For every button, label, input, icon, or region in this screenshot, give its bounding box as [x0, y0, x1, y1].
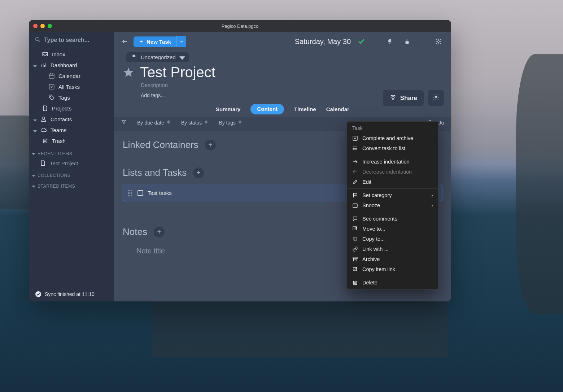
sidebar-item-all-tasks[interactable]: All Tasks: [31, 81, 112, 92]
maximize-window-button[interactable]: [48, 24, 52, 28]
tab-calendar[interactable]: Calendar: [326, 104, 349, 114]
filter-icon[interactable]: [121, 119, 126, 126]
menu-set-category[interactable]: Set category›: [347, 190, 438, 200]
svg-point-26: [393, 99, 393, 100]
category-selector[interactable]: Uncategorized: [126, 52, 189, 62]
menu-copy-link[interactable]: Copy item link: [347, 264, 438, 274]
sidebar-nav: Inbox Dashboard Calendar All Tasks: [29, 48, 114, 147]
sidebar-recent-item[interactable]: Test Project: [29, 158, 114, 169]
drag-handle-icon[interactable]: [128, 190, 133, 196]
svg-rect-7: [49, 74, 54, 78]
dashboard-icon: [40, 62, 47, 68]
close-window-button[interactable]: [33, 24, 38, 28]
svg-point-35: [353, 147, 353, 147]
project-settings-button[interactable]: [428, 90, 444, 106]
bell-icon[interactable]: [387, 38, 393, 45]
menu-move-to[interactable]: Move to...: [347, 224, 438, 234]
svg-marker-25: [124, 67, 134, 77]
sidebar-item-contacts[interactable]: Contacts: [31, 114, 112, 125]
filter-label: By due date: [137, 120, 164, 126]
svg-rect-45: [353, 237, 356, 240]
task-checkbox[interactable]: [138, 190, 143, 196]
chevron-right-icon: ›: [431, 192, 433, 198]
menu-delete[interactable]: Delete: [347, 278, 438, 288]
sidebar-label: Inbox: [52, 51, 65, 57]
menu-copy-to[interactable]: Copy to...: [347, 234, 438, 244]
svg-point-27: [435, 96, 437, 98]
menu-label: Edit: [362, 179, 371, 185]
sidebar-label: Projects: [52, 105, 71, 112]
svg-point-0: [36, 38, 39, 41]
menu-label: Copy item link: [362, 266, 395, 272]
search-placeholder: Type to search...: [44, 37, 89, 43]
menu-convert-to-list[interactable]: Convert task to list: [347, 143, 438, 153]
tab-timeline[interactable]: Timeline: [294, 104, 316, 114]
lock-icon[interactable]: [404, 38, 410, 45]
menu-archive[interactable]: Archive: [347, 254, 438, 264]
sidebar-item-dashboard[interactable]: Dashboard: [31, 60, 112, 70]
chevron-down-icon: [32, 184, 35, 188]
svg-marker-16: [32, 153, 35, 155]
task-context-menu: Task Complete and archive Convert task t…: [347, 121, 438, 289]
new-task-button[interactable]: New Task: [134, 36, 176, 47]
section-label: RECENT ITEMS: [38, 151, 72, 156]
share-button[interactable]: Share: [383, 90, 424, 106]
sort-icon: [205, 120, 208, 125]
new-task-dropdown[interactable]: [176, 36, 186, 47]
menu-decrease-indent: Decrease indentation: [347, 167, 438, 177]
sidebar-section-recent[interactable]: RECENT ITEMS: [29, 147, 114, 158]
search-input[interactable]: Type to search...: [29, 32, 114, 48]
sort-icon: [239, 120, 242, 125]
sidebar-section-starred[interactable]: STARRED ITEMS: [29, 179, 114, 190]
sidebar-section-collections[interactable]: COLLECTIONS: [29, 169, 114, 179]
menu-label: Set category: [362, 192, 392, 198]
divider: [374, 38, 374, 45]
menu-complete-archive[interactable]: Complete and archive: [347, 133, 438, 143]
user-icon: [40, 116, 47, 122]
add-list-task-button[interactable]: +: [193, 167, 204, 178]
menu-link-with[interactable]: Link with ...: [347, 244, 438, 254]
sidebar-item-trash[interactable]: Trash: [31, 135, 112, 146]
share-label: Share: [400, 95, 417, 102]
gear-icon[interactable]: [435, 38, 442, 45]
gear-icon: [432, 93, 440, 103]
svg-marker-18: [32, 186, 35, 188]
sidebar-item-tags[interactable]: Tags: [31, 92, 112, 103]
menu-increase-indent[interactable]: Increase indentation: [347, 157, 438, 167]
svg-marker-2: [33, 65, 37, 67]
add-linked-container-button[interactable]: +: [205, 140, 216, 151]
category-label: Uncategorized: [141, 54, 176, 60]
svg-point-36: [353, 148, 353, 148]
filter-tags[interactable]: By tags: [219, 120, 242, 126]
menu-see-comments[interactable]: See comments: [347, 214, 438, 224]
chevron-down-icon: [33, 128, 37, 132]
sidebar-item-calendar[interactable]: Calendar: [31, 70, 112, 81]
star-icon[interactable]: [123, 67, 134, 78]
tab-content[interactable]: Content: [250, 104, 284, 114]
section-title: Linked Containers: [123, 139, 198, 151]
filter-due-date[interactable]: By due date: [137, 120, 170, 126]
menu-label: Link with ...: [362, 246, 389, 252]
svg-rect-44: [354, 238, 357, 241]
menu-separator: [347, 212, 438, 212]
minimize-window-button[interactable]: [40, 24, 45, 28]
menu-snooze[interactable]: Snooze›: [347, 200, 438, 210]
project-description[interactable]: Description: [141, 82, 442, 88]
project-title[interactable]: Test Project: [140, 64, 215, 80]
add-note-button[interactable]: +: [154, 227, 165, 238]
sidebar-item-inbox[interactable]: Inbox: [31, 49, 112, 60]
tab-summary[interactable]: Summary: [216, 104, 240, 114]
document-icon: [42, 105, 48, 112]
check-icon: [357, 38, 365, 45]
svg-rect-31: [353, 136, 357, 140]
svg-rect-46: [353, 257, 357, 258]
menu-header: Task: [347, 123, 438, 133]
sidebar-item-projects[interactable]: Projects: [31, 103, 112, 114]
menu-label: Complete and archive: [362, 135, 413, 141]
menu-edit[interactable]: Edit: [347, 177, 438, 187]
svg-marker-15: [33, 130, 37, 132]
flag-icon: [131, 54, 137, 61]
sidebar-item-teams[interactable]: Teams: [31, 125, 112, 135]
back-button[interactable]: [120, 36, 130, 47]
filter-status[interactable]: By status: [181, 120, 208, 126]
